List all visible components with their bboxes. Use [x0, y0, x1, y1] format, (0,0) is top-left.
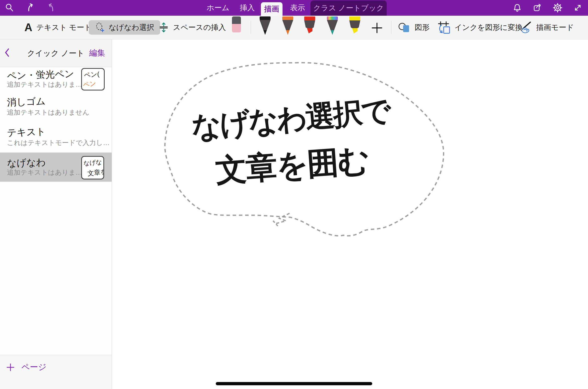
pen-orange-icon: [281, 16, 294, 35]
add-page-button[interactable]: ページ: [6, 362, 47, 373]
shapes-label: 図形: [415, 22, 430, 33]
lasso-select-label: なげなわ選択: [109, 22, 154, 33]
page-subtitle: 追加テキストはありま…: [7, 80, 82, 89]
plus-icon: [6, 363, 15, 372]
settings-button[interactable]: [552, 2, 563, 13]
page-subtitle: 追加テキストはありま…: [7, 168, 82, 177]
pen-galaxy-icon: [326, 16, 339, 35]
top-bar: ホーム 挿入 描画 表示 クラス ノートブック: [0, 0, 588, 16]
home-indicator[interactable]: [216, 382, 372, 385]
expand-icon: [573, 3, 583, 12]
pen-black-icon: [259, 16, 272, 35]
draw-mode-button[interactable]: 描画モード: [519, 16, 574, 39]
plus-icon: [371, 22, 383, 34]
eraser-tool[interactable]: [231, 16, 241, 34]
text-mode-icon: A: [24, 22, 32, 33]
ink-line2: 文章を囲む: [214, 142, 370, 188]
sidebar-header: クイック ノート 編集: [0, 39, 112, 67]
thumb-ink-line: ペン: [82, 79, 97, 89]
drawing-canvas[interactable]: なげなわ選択で 文章を囲む: [112, 39, 588, 389]
text-mode-label: テキスト モード: [36, 22, 92, 33]
pen-tray-divider: [251, 21, 251, 34]
draw-ribbon: A テキスト モード なげなわ選択 スペースの挿入: [0, 16, 588, 39]
chevron-left-icon: [4, 48, 10, 57]
lasso-icon: [95, 22, 105, 33]
add-pen-button[interactable]: [371, 22, 383, 35]
eraser-icon: [231, 16, 241, 33]
pen-galaxy-tool[interactable]: [326, 16, 339, 36]
edit-button[interactable]: 編集: [89, 48, 105, 59]
ink-line1: なげなわ選択で: [190, 93, 393, 144]
sidebar-back-button[interactable]: [4, 47, 14, 59]
insert-space-label: スペースの挿入: [173, 22, 226, 33]
highlighter-yellow-icon: [348, 16, 361, 35]
page-item-lasso[interactable]: なげなわ 追加テキストはありま… なげな 文章を: [0, 153, 112, 182]
lasso-arrow-mark: [275, 213, 290, 224]
share-button[interactable]: [532, 2, 543, 13]
thumb-ink-line: なげな: [83, 158, 102, 167]
sidebar-footer: ページ: [0, 355, 112, 389]
share-icon: [533, 3, 542, 12]
draw-mode-icon: [519, 21, 532, 34]
ribbon-divider: [391, 21, 391, 34]
text-mode-button[interactable]: A テキスト モード: [24, 16, 92, 39]
draw-mode-label: 描画モード: [536, 22, 574, 33]
tab-draw[interactable]: 描画: [261, 2, 283, 16]
page-list-sidebar: クイック ノート 編集 ペン・蛍光ペン 追加テキストはありま… ペン( ペン 消…: [0, 39, 112, 389]
page-subtitle: 追加テキストはありません: [7, 108, 89, 117]
page-title: 消しゴム: [7, 95, 46, 109]
highlighter-yellow-tool[interactable]: [348, 16, 361, 36]
ink-to-shape-button[interactable]: インクを図形に変換: [438, 16, 523, 39]
pen-orange-tool[interactable]: [281, 16, 294, 36]
tab-class-notebook[interactable]: クラス ノートブック: [310, 0, 387, 16]
bell-icon: [513, 3, 522, 12]
highlighter-red-icon: [303, 16, 316, 35]
shapes-button[interactable]: 図形: [398, 16, 430, 39]
thumb-ink-line: ペン(: [84, 70, 100, 79]
tab-insert[interactable]: 挿入: [237, 0, 258, 16]
highlighter-red-tool[interactable]: [303, 16, 316, 36]
gear-icon: [553, 3, 563, 13]
thumb-ink-line: 文章を: [87, 167, 104, 178]
page-thumbnail: ペン( ペン: [81, 68, 105, 90]
page-subtitle: これはテキストモードで入力し…: [7, 138, 110, 147]
ink-layer: なげなわ選択で 文章を囲む: [112, 39, 588, 389]
ribbon-tabs: ホーム 挿入 描画 表示 クラス ノートブック: [0, 0, 588, 16]
tab-view[interactable]: 表示: [287, 0, 308, 16]
lasso-select-button[interactable]: なげなわ選択: [89, 20, 160, 35]
page-title: テキスト: [7, 125, 46, 139]
ink-to-shape-icon: [438, 21, 450, 34]
insert-space-icon: [158, 22, 169, 33]
page-item-pen-highlighter[interactable]: ペン・蛍光ペン 追加テキストはありま… ペン( ペン: [0, 67, 112, 93]
ink-to-shape-label: インクを図形に変換: [454, 22, 523, 33]
fullscreen-button[interactable]: [572, 2, 583, 13]
page-item-text[interactable]: テキスト これはテキストモードで入力し…: [0, 121, 112, 153]
page-item-eraser[interactable]: 消しゴム 追加テキストはありません: [0, 93, 112, 121]
add-page-label: ページ: [21, 362, 47, 373]
pen-black-tool[interactable]: [259, 16, 272, 36]
notifications-button[interactable]: [512, 2, 523, 13]
page-thumbnail: なげな 文章を: [81, 156, 104, 179]
insert-space-button[interactable]: スペースの挿入: [158, 16, 226, 39]
shapes-icon: [398, 22, 411, 33]
tab-home[interactable]: ホーム: [204, 0, 232, 16]
